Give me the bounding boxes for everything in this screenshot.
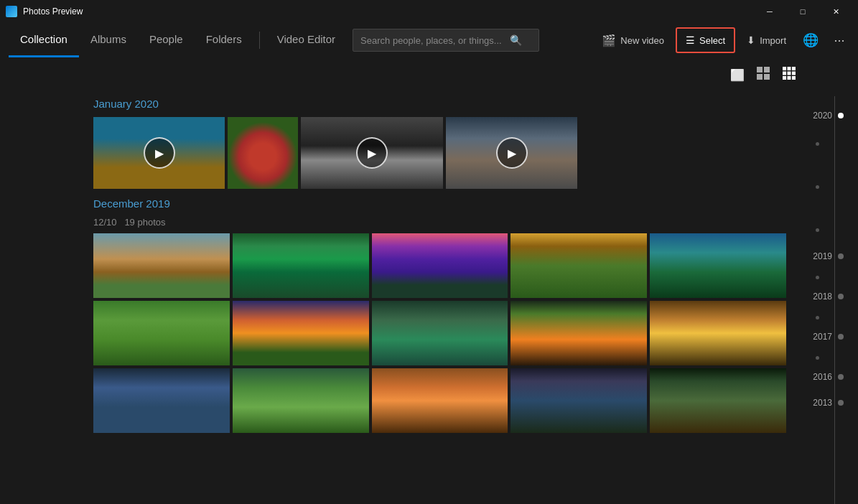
globe-button[interactable]: 🌐 xyxy=(798,27,824,53)
close-button[interactable]: ✕ xyxy=(819,0,852,23)
photo-thumb[interactable]: ▶ xyxy=(301,117,443,189)
timeline-small-dot xyxy=(816,185,819,189)
search-icon: 🔍 xyxy=(510,34,522,46)
timeline-item-2016[interactable]: 2016 xyxy=(801,372,858,382)
timeline-small-dot xyxy=(816,356,819,360)
jan2020-row: ▶ ▶ ▶ xyxy=(93,117,786,189)
timeline-year-2017[interactable]: 2017 xyxy=(813,332,832,342)
view-medium-icon xyxy=(757,67,770,83)
svg-rect-4 xyxy=(783,67,786,70)
photo-area[interactable]: January 2020 ▶ ▶ ▶ xyxy=(0,89,801,504)
timeline-dot-2017 xyxy=(838,334,844,340)
svg-rect-2 xyxy=(757,74,763,80)
more-button[interactable]: ··· xyxy=(826,27,852,53)
search-box[interactable]: 🔍 xyxy=(353,29,539,52)
view-medium-button[interactable] xyxy=(752,63,775,86)
timeline-dot-2013 xyxy=(838,400,844,406)
timeline-item-2020[interactable]: 2020 xyxy=(801,111,858,121)
select-icon: ☰ xyxy=(686,34,695,46)
play-button[interactable]: ▶ xyxy=(356,137,388,169)
svg-rect-0 xyxy=(757,67,763,73)
section-title-jan2020[interactable]: January 2020 xyxy=(93,98,786,110)
navbar: Collection Albums People Folders Video E… xyxy=(0,23,858,57)
timeline-dot-2020 xyxy=(838,113,844,118)
select-label: Select xyxy=(699,35,725,46)
timeline-small-dot xyxy=(816,316,819,319)
photo-thumb[interactable] xyxy=(228,117,298,189)
svg-rect-3 xyxy=(764,74,770,80)
maximize-button[interactable]: □ xyxy=(786,0,819,23)
svg-rect-8 xyxy=(788,72,791,75)
timeline-small-dot xyxy=(816,276,819,279)
app-icon xyxy=(6,6,17,17)
play-button[interactable]: ▶ xyxy=(496,137,528,169)
photo-thumb[interactable] xyxy=(650,301,786,365)
timeline-item-2013[interactable]: 2013 xyxy=(801,398,858,408)
timeline: 2020 2019 2018 2017 2016 xyxy=(801,89,858,504)
section-title-dec2019[interactable]: December 2019 xyxy=(93,197,786,210)
app-title: Photos Preview xyxy=(23,6,83,17)
date-label-dec2019: 12/10 19 photos xyxy=(93,217,786,228)
timeline-year-2013[interactable]: 2013 xyxy=(813,398,832,408)
select-button[interactable]: ☰ Select xyxy=(676,27,735,53)
globe-icon: 🌐 xyxy=(803,32,819,48)
main-content: January 2020 ▶ ▶ ▶ xyxy=(0,89,858,504)
view-controls: ⬜ xyxy=(0,57,858,89)
tab-albums[interactable]: Albums xyxy=(79,23,138,57)
svg-rect-12 xyxy=(792,76,796,80)
svg-rect-7 xyxy=(783,72,786,75)
titlebar: Photos Preview ─ □ ✕ xyxy=(0,0,858,23)
timeline-year-2019[interactable]: 2019 xyxy=(813,251,832,261)
photo-thumb[interactable] xyxy=(372,301,508,365)
photo-thumb[interactable] xyxy=(510,233,647,298)
new-video-button[interactable]: 🎬 New video xyxy=(593,27,673,53)
photo-thumb[interactable] xyxy=(650,368,786,433)
new-video-label: New video xyxy=(620,35,664,46)
timeline-dot-2016 xyxy=(838,374,844,380)
photo-thumb[interactable] xyxy=(510,368,647,433)
view-small-icon xyxy=(783,67,796,83)
timeline-small-dot xyxy=(816,142,819,146)
timeline-item-2018[interactable]: 2018 xyxy=(801,291,858,302)
photo-thumb[interactable] xyxy=(650,233,786,298)
new-video-icon: 🎬 xyxy=(602,34,616,47)
photo-thumb[interactable] xyxy=(93,368,230,433)
titlebar-controls: ─ □ ✕ xyxy=(753,0,852,23)
tab-folders[interactable]: Folders xyxy=(195,23,253,57)
import-button[interactable]: ⬇ Import xyxy=(738,27,795,53)
nav-divider xyxy=(259,32,260,49)
photo-thumb[interactable]: ▶ xyxy=(446,117,577,189)
photo-thumb[interactable] xyxy=(233,301,369,365)
tab-video-editor[interactable]: Video Editor xyxy=(266,23,347,57)
view-single-button[interactable]: ⬜ xyxy=(726,63,749,86)
photo-thumb[interactable] xyxy=(233,368,369,433)
tab-collection[interactable]: Collection xyxy=(9,23,79,57)
svg-rect-11 xyxy=(788,76,791,80)
search-input[interactable] xyxy=(360,35,504,46)
titlebar-left: Photos Preview xyxy=(6,6,83,17)
photo-thumb[interactable] xyxy=(372,368,508,433)
view-small-button[interactable] xyxy=(778,63,801,86)
svg-rect-9 xyxy=(792,72,796,75)
timeline-small-dot xyxy=(816,228,819,232)
photo-thumb[interactable] xyxy=(510,301,647,365)
photo-thumb[interactable]: ▶ xyxy=(93,117,225,189)
timeline-year-2016[interactable]: 2016 xyxy=(813,372,832,382)
photo-thumb[interactable] xyxy=(93,301,230,365)
import-icon: ⬇ xyxy=(747,34,755,46)
play-button[interactable]: ▶ xyxy=(144,137,175,169)
timeline-year-2018[interactable]: 2018 xyxy=(813,291,832,302)
timeline-item-2017[interactable]: 2017 xyxy=(801,332,858,342)
navbar-right: 🎬 New video ☰ Select ⬇ Import 🌐 ··· xyxy=(593,27,858,53)
tab-people[interactable]: People xyxy=(138,23,195,57)
photo-thumb[interactable] xyxy=(93,233,230,298)
timeline-item-2019[interactable]: 2019 xyxy=(801,251,858,261)
view-single-icon: ⬜ xyxy=(730,68,745,82)
timeline-dot-2018 xyxy=(838,294,844,299)
more-icon: ··· xyxy=(834,33,844,48)
timeline-year-2020[interactable]: 2020 xyxy=(813,111,832,121)
import-label: Import xyxy=(760,35,786,46)
photo-thumb[interactable] xyxy=(233,233,369,298)
photo-thumb[interactable] xyxy=(372,233,508,298)
minimize-button[interactable]: ─ xyxy=(753,0,786,23)
